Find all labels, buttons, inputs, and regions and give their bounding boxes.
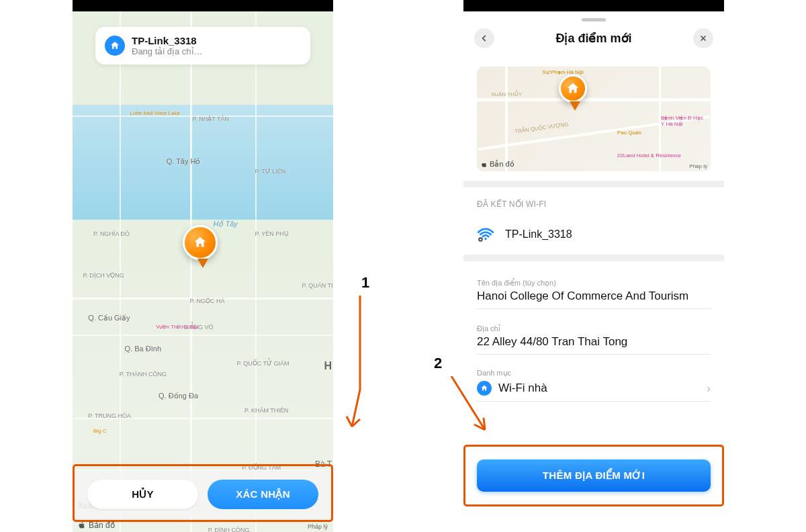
attribution-text: Bản đồ [89, 521, 115, 530]
arrow-1 [340, 296, 367, 437]
pin-circle [183, 225, 218, 260]
mm-bv: Bệnh Viện Đ Học Y Hà Nội [661, 115, 708, 127]
map[interactable]: Hồ Tây Q. Tây Hồ Q. Ba Đình Q. Cầu Giấy … [73, 11, 333, 532]
address-field[interactable]: Địa chỉ 22 Alley 44/80 Tran Thai Tong [477, 324, 711, 355]
mm-tranquocvuong: TRẦN QUỐC VƯỢNG [514, 122, 568, 135]
home-badge [105, 36, 125, 56]
modal-handle[interactable] [582, 18, 606, 21]
cancel-button[interactable]: HỦY [87, 480, 198, 509]
chevron-left-icon [480, 34, 489, 43]
mm-legal[interactable]: Pháp lý [689, 163, 707, 169]
poi-bigc: Big C [93, 428, 107, 434]
district-caugiay: Q. Cầu Giấy [88, 314, 130, 322]
ward-yenphu: P. YÊN PHỤ [255, 230, 289, 237]
district-dongda: Q. Đống Đa [159, 392, 198, 400]
svg-point-0 [484, 238, 486, 240]
wifi-lock-icon [477, 226, 494, 243]
close-button[interactable] [693, 28, 713, 48]
confirm-button[interactable]: XÁC NHẬN [208, 480, 318, 509]
location-card[interactable]: TP-Link_3318 Đang tải địa chỉ… [95, 27, 310, 64]
mm-xuanthuy: XUÂN THỦY [491, 91, 522, 97]
mini-map[interactable]: Sư Phạm Hà Nội XUÂN THỦY TRẦN QUỐC VƯỢNG… [477, 66, 711, 171]
home-icon [565, 81, 581, 95]
mm-pao: Pao Quán [617, 130, 641, 136]
home-icon [109, 40, 120, 51]
home-icon [480, 384, 488, 392]
apple-icon [78, 521, 86, 529]
card-title: TP-Link_3318 [132, 35, 203, 46]
header-title: Địa điểm mới [555, 31, 631, 46]
category-label: Danh mục [477, 369, 711, 378]
place-name-label: Tên địa điểm (tùy chọn) [477, 279, 711, 287]
apple-icon [481, 161, 488, 168]
district-tayho: Q. Tây Hồ [167, 157, 201, 166]
header: Địa điểm mới [463, 24, 724, 53]
status-bar [73, 0, 333, 11]
home-badge [477, 381, 492, 396]
ward-nhattan: P. NHẬT TÂN [192, 116, 229, 122]
ward-dinhcong: P. ĐỊNH CÔNG [208, 527, 250, 532]
poi-lotte: Lotte Mall West Lake [130, 110, 180, 116]
home-icon [192, 235, 208, 250]
address-label: Địa chỉ [477, 324, 711, 333]
new-place-screen: Địa điểm mới Sư Phạm Hà Nội XUÂN THỦY TR… [463, 11, 724, 532]
ward-nghiado: P. NGHĨA ĐÔ [93, 230, 130, 237]
status-bar [463, 0, 724, 11]
ward-trunghoa: P. TRUNG HÒA [88, 412, 131, 419]
wifi-row: TP-Link_3318 [477, 221, 711, 248]
bottom-bar: HỦY XÁC NHẬN [73, 472, 333, 519]
ward-dichvong: P. DỊCH VỌNG [83, 272, 124, 279]
mm-attribution: Bản đồ [481, 160, 514, 169]
map-attribution: Bản đồ [78, 521, 115, 530]
address-value: 22 Alley 44/80 Tran Thai Tong [477, 335, 711, 349]
map-screen: Hồ Tây Q. Tây Hồ Q. Ba Đình Q. Cầu Giấy … [73, 11, 333, 532]
card-subtitle: Đang tải địa chỉ… [132, 46, 203, 56]
svg-rect-2 [480, 239, 482, 240]
close-icon [699, 34, 708, 43]
wifi-name: TP-Link_3318 [505, 228, 572, 240]
wifi-section-label: ĐÃ KẾT NỐI WI-FI [477, 200, 546, 209]
ward-quoctugiam: P. QUỐC TỬ GIÁM [236, 360, 289, 367]
place-name-value: Hanoi College Of Commerce And Tourism [477, 290, 711, 303]
ward-dongtam: P. ĐỒNG TÂM [242, 464, 281, 471]
category-value: Wi-Fi nhà [498, 382, 707, 395]
ward-tulien: P. TỨ LIÊN [255, 168, 286, 175]
ward-thanhcong: P. THÀNH CÔNG [120, 371, 167, 378]
step-1-label: 1 [361, 274, 369, 292]
mm-hotel: 22Land Hotel & Residence [617, 152, 683, 159]
poi-zoo: Vườn Thú Hà Nội [156, 324, 198, 330]
place-name-field[interactable]: Tên địa điểm (tùy chọn) Hanoi College Of… [477, 279, 711, 309]
ward-khamthien: P. KHÂM THIÊN [244, 407, 288, 414]
label-bat: Bà T [315, 459, 332, 469]
map-legal[interactable]: Pháp lý [308, 523, 328, 530]
phone-left: Hồ Tây Q. Tây Hồ Q. Ba Đình Q. Cầu Giấy … [73, 0, 333, 532]
label-h: H [324, 360, 332, 372]
add-place-button[interactable]: THÊM ĐỊA ĐIỂM MỚI [477, 459, 711, 492]
step-2-label: 2 [434, 355, 442, 372]
category-field[interactable]: Wi-Fi nhà › [477, 381, 711, 402]
map-pin[interactable] [183, 225, 223, 265]
back-button[interactable] [474, 28, 494, 48]
chevron-right-icon: › [707, 382, 711, 396]
district-badinh: Q. Ba Đình [125, 345, 161, 353]
ward-quangan: P. QUÁN THÁNH [302, 282, 333, 289]
phone-right: Địa điểm mới Sư Phạm Hà Nội XUÂN THỦY TR… [463, 0, 724, 532]
mini-pin [559, 74, 591, 106]
ward-ngocha: P. NGỌC HÀ [190, 298, 225, 304]
